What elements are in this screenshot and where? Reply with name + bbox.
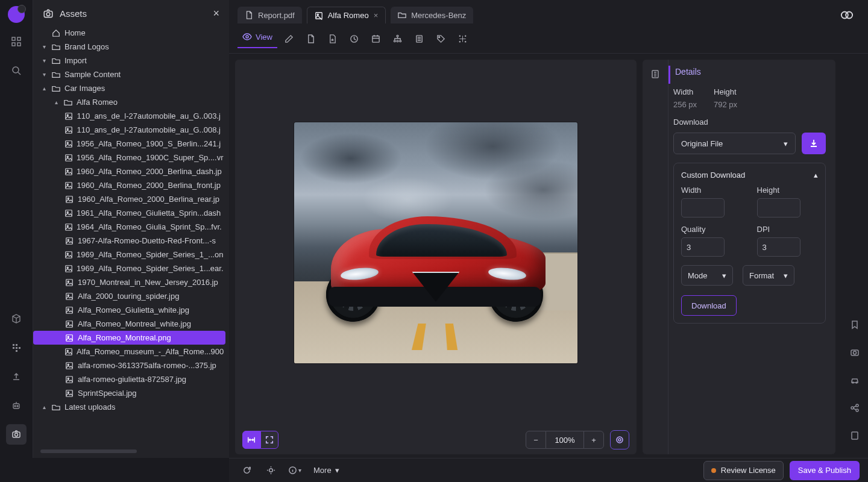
tree-file[interactable]: 110_ans_de_l-27automobile_au_G..008.j xyxy=(33,123,225,137)
tree-file[interactable]: 1960_Alfa_Romeo_2000_Berlina_rear.jp xyxy=(33,192,225,206)
close-icon[interactable]: × xyxy=(374,11,379,20)
tree-file[interactable]: Alfa_Romeo_museum_-_Alfa_Rome...900 xyxy=(33,345,225,358)
tree-label: Alfa_2000_touring_spider.jpg xyxy=(78,292,179,301)
horizontal-scrollbar[interactable] xyxy=(40,449,137,453)
close-icon[interactable]: × xyxy=(213,7,219,20)
share-icon[interactable] xyxy=(846,399,864,417)
history-icon[interactable] xyxy=(345,29,364,48)
download-preset-select[interactable]: Original File ▾ xyxy=(673,133,796,154)
review-license-button[interactable]: Review License xyxy=(703,461,784,480)
grid-plus-icon[interactable] xyxy=(6,337,27,358)
upload-icon[interactable] xyxy=(6,366,27,387)
zoom-out-button[interactable]: − xyxy=(526,431,546,449)
mode-select[interactable]: Mode ▾ xyxy=(681,265,733,286)
tree-file[interactable]: alfa-romeo-3613375alfa-romeo-...375.jp xyxy=(33,358,225,372)
tree-label: 1960_Alfa_Romeo_2000_Berlina_rear.jp xyxy=(78,195,219,204)
cube-icon[interactable] xyxy=(6,308,27,329)
tree-folder-import[interactable]: ▾ Import xyxy=(33,54,225,67)
tree-file[interactable]: 1956_Alfa_Romeo_1900_S_Berlin...241.j xyxy=(33,137,225,151)
tree-folder-alfa-romeo[interactable]: ▴ Alfa Romeo xyxy=(33,95,225,109)
camera-icon[interactable] xyxy=(6,424,27,445)
more-label: More xyxy=(313,466,332,475)
image-icon xyxy=(64,264,73,273)
avatar[interactable] xyxy=(8,6,25,23)
tree-file[interactable]: Alfa_2000_touring_spider.jpg xyxy=(33,289,225,303)
document-icon[interactable] xyxy=(846,427,864,445)
calendar-icon[interactable] xyxy=(366,29,386,48)
custom-width-input[interactable] xyxy=(681,198,725,218)
tree-folder-car-images[interactable]: ▴ Car Images xyxy=(33,81,225,95)
format-select[interactable]: Format ▾ xyxy=(743,265,794,286)
save-publish-button[interactable]: Save & Publish xyxy=(790,461,860,480)
tree-file[interactable]: Alfa_Romeo_Montreal_white.jpg xyxy=(33,317,225,331)
list-icon[interactable] xyxy=(410,29,429,48)
target-icon[interactable] xyxy=(610,430,629,449)
svg-point-30 xyxy=(67,184,68,185)
tree-file[interactable]: 1956_Alfa_Romeo_1900C_Super_Sp....vr xyxy=(33,151,225,164)
tree-folder-latest-uploads[interactable]: ▴ Latest uploads xyxy=(33,400,225,414)
svg-rect-57 xyxy=(66,376,73,383)
info-icon[interactable]: ▾ xyxy=(286,462,304,480)
locate-icon[interactable] xyxy=(262,462,280,480)
svg-point-44 xyxy=(68,281,69,282)
tree-label: 1960_Alfa_Romeo_2000_Berlina_dash.jp xyxy=(77,167,222,176)
tree-file[interactable]: SprintSpecial.jpg xyxy=(33,386,225,400)
tree-file[interactable]: 1960_Alfa_Romeo_2000_Berlina_front.jp xyxy=(33,178,225,192)
camera-icon[interactable] xyxy=(846,343,864,362)
refresh-icon[interactable] xyxy=(237,462,256,480)
fit-width-button[interactable] xyxy=(242,431,260,449)
custom-download-button[interactable]: Download xyxy=(681,295,737,316)
tree-file[interactable]: alfa-romeo-giulietta-872587.jpg xyxy=(33,372,225,386)
search-icon[interactable] xyxy=(6,60,27,81)
tag-icon[interactable] xyxy=(432,29,451,48)
car-icon[interactable] xyxy=(846,371,864,389)
tree-label: alfa-romeo-3613375alfa-romeo-...375.jp xyxy=(78,361,216,370)
tree-file[interactable]: 1970_Montreal_in_New_Jersey_2016.jp xyxy=(33,275,225,289)
tree-file[interactable]: Alfa_Romeo_Giulietta_white.jpg xyxy=(33,303,225,317)
select-value: Format xyxy=(749,271,774,280)
dpi-input[interactable] xyxy=(757,237,800,257)
svg-point-56 xyxy=(68,364,69,365)
folder-icon xyxy=(51,70,61,79)
tree-file[interactable]: 1969_Alfa_Romeo_Spider_Series_1...ear. xyxy=(33,261,225,275)
image-icon xyxy=(64,334,74,342)
more-menu[interactable]: More ▾ xyxy=(310,466,343,475)
quality-input[interactable] xyxy=(681,237,725,257)
robot-icon[interactable] xyxy=(6,395,27,416)
apps-icon[interactable] xyxy=(6,31,27,52)
tree-label: 1969_Alfa_Romeo_Spider_Series_1_...on xyxy=(77,250,224,259)
edit-pencil-icon[interactable] xyxy=(280,29,299,48)
zoom-in-button[interactable]: + xyxy=(583,431,604,449)
svg-rect-79 xyxy=(462,36,463,42)
tree-file[interactable]: 1964_Alfa_Romeo_Giulia_Sprint_Sp...fvr. xyxy=(33,220,225,234)
view-button[interactable]: View xyxy=(237,29,277,48)
image-icon xyxy=(64,237,74,245)
tree-file[interactable]: Alfa_Romeo_Montreal.png xyxy=(33,331,225,345)
tree-file[interactable]: 1969_Alfa_Romeo_Spider_Series_1_...on xyxy=(33,248,225,261)
tree-folder-brand-logos[interactable]: ▾ Brand Logos xyxy=(33,40,225,54)
tree-file[interactable]: 110_ans_de_l-27automobile_au_G..003.j xyxy=(33,109,225,123)
tree-home[interactable]: Home xyxy=(33,26,225,40)
bookmark-icon[interactable] xyxy=(846,316,864,334)
tab[interactable]: Alfa Romeo× xyxy=(307,7,386,23)
svg-point-75 xyxy=(465,35,466,36)
download-icon-button[interactable] xyxy=(802,133,826,154)
custom-height-input[interactable] xyxy=(757,198,800,218)
hierarchy-icon[interactable] xyxy=(388,29,407,48)
bounds-icon[interactable] xyxy=(453,29,473,48)
tab[interactable]: Mercedes-Benz xyxy=(391,7,473,23)
expand-button[interactable] xyxy=(260,431,278,449)
tree-file[interactable]: 1967-Alfa-Romeo-Duetto-Red-Front...-s xyxy=(33,234,225,248)
canvas-stage[interactable] xyxy=(235,60,637,425)
custom-download-toggle[interactable]: Custom Download ▴ xyxy=(681,171,818,180)
tree-folder-sample-content[interactable]: ▾ Sample Content xyxy=(33,67,225,81)
page-icon[interactable] xyxy=(301,29,321,48)
asset-tree[interactable]: Home ▾ Brand Logos ▾ Import ▾ Sample Con… xyxy=(33,26,229,447)
details-tab-icon[interactable] xyxy=(647,66,664,83)
tree-file[interactable]: 1961_Alfa_Romeo_Giulietta_Sprin...dash xyxy=(33,206,225,220)
page-star-icon[interactable] xyxy=(323,29,342,48)
image-icon xyxy=(64,154,73,162)
tree-label: 1961_Alfa_Romeo_Giulietta_Sprin...dash xyxy=(77,208,221,218)
tree-file[interactable]: 1960_Alfa_Romeo_2000_Berlina_dash.jp xyxy=(33,164,225,178)
tab[interactable]: Report.pdf xyxy=(237,7,302,23)
